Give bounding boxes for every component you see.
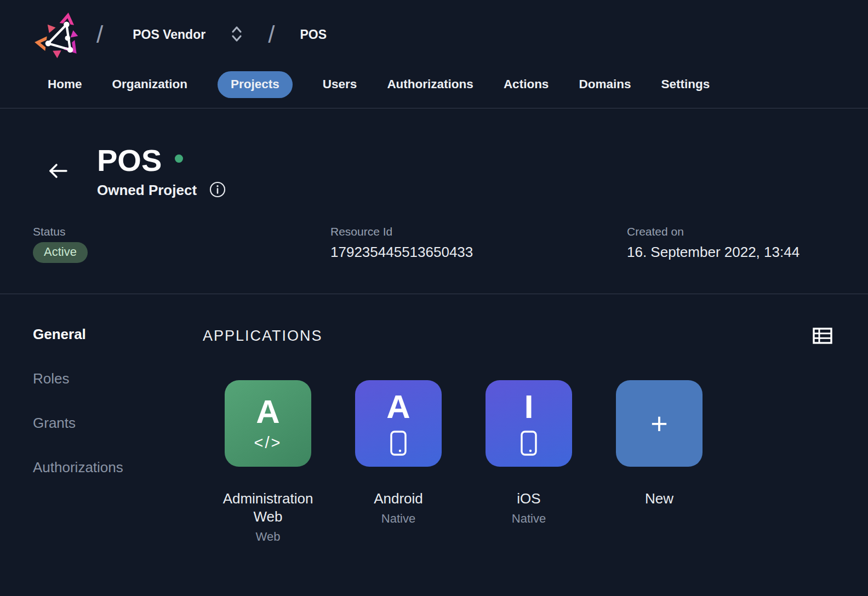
app-tile: + — [616, 380, 703, 467]
applications-heading: APPLICATIONS — [203, 326, 323, 346]
applications-panel: APPLICATIONS A </> Administra — [203, 326, 868, 545]
app-name: Administration Web — [216, 490, 320, 526]
breadcrumb-separator: / — [96, 21, 103, 48]
app-card-android[interactable]: A Android Native — [346, 380, 450, 545]
created-on-label: Created on — [627, 225, 800, 238]
status-dot — [175, 154, 183, 163]
app-initial: I — [524, 391, 534, 423]
app-type: Native — [381, 512, 415, 526]
table-view-button[interactable] — [812, 327, 833, 346]
status-badge: Active — [33, 242, 88, 263]
project-meta-row: Status Active Resource Id 17923544551365… — [0, 225, 868, 263]
org-switcher-button[interactable] — [231, 25, 243, 44]
info-button[interactable] — [209, 181, 226, 200]
app-initial: A — [386, 391, 410, 423]
nav-item-users[interactable]: Users — [323, 72, 357, 98]
application-cards: A </> Administration Web Web A Andro — [216, 380, 833, 545]
app-tile: A — [355, 380, 442, 467]
add-application-card[interactable]: + New — [607, 380, 711, 545]
app-type: Native — [512, 512, 546, 526]
app-tile: A </> — [225, 380, 311, 467]
smartphone-icon — [390, 430, 407, 456]
sidebar-item-general[interactable]: General — [33, 326, 86, 343]
created-on-value: 16. September 2022, 13:44 — [627, 244, 800, 261]
project-sidebar: General Roles Grants Authorizations — [0, 326, 203, 545]
breadcrumb-separator: / — [268, 21, 275, 48]
app-tile: I — [486, 380, 572, 467]
app-card-ios[interactable]: I iOS Native — [477, 380, 581, 545]
content-section: General Roles Grants Authorizations APPL… — [0, 294, 868, 545]
nav-item-home[interactable]: Home — [48, 72, 82, 98]
sidebar-item-authorizations[interactable]: Authorizations — [33, 459, 123, 476]
breadcrumb-project[interactable]: POS — [300, 27, 327, 42]
plus-icon: + — [650, 409, 668, 438]
back-button[interactable] — [47, 162, 70, 182]
nav-item-settings[interactable]: Settings — [661, 72, 710, 98]
info-circle-icon — [209, 181, 226, 200]
resource-id-value: 179235445513650433 — [330, 244, 627, 261]
app-card-administration-web[interactable]: A </> Administration Web Web — [216, 380, 320, 545]
nav-item-domains[interactable]: Domains — [579, 72, 631, 98]
nav-item-projects[interactable]: Projects — [218, 71, 293, 98]
nav-item-organization[interactable]: Organization — [112, 72, 188, 98]
app-initial: A — [256, 396, 279, 428]
app-name: iOS — [517, 490, 540, 508]
breadcrumb-organization[interactable]: POS Vendor — [133, 27, 205, 42]
zitadel-logo-icon[interactable] — [33, 10, 85, 59]
status-label: Status — [33, 225, 330, 238]
arrow-left-icon — [47, 162, 70, 182]
app-type: Web — [256, 530, 281, 544]
project-subtitle: Owned Project — [97, 182, 197, 199]
project-header-section: POS Owned Project Status — [0, 108, 868, 294]
unfold-chevrons-icon — [231, 25, 243, 44]
top-bar: / POS Vendor / POS — [0, 0, 868, 61]
smartphone-icon — [520, 430, 538, 456]
table-view-icon — [812, 327, 833, 346]
nav-item-authorizations[interactable]: Authorizations — [387, 72, 473, 98]
code-icon: </> — [254, 435, 282, 451]
resource-id-label: Resource Id — [330, 225, 627, 238]
main-nav: Home Organization Projects Users Authori… — [0, 61, 868, 108]
app-name: New — [645, 490, 673, 508]
sidebar-item-grants[interactable]: Grants — [33, 415, 76, 432]
page-title: POS — [97, 144, 162, 177]
sidebar-item-roles[interactable]: Roles — [33, 370, 69, 387]
nav-item-actions[interactable]: Actions — [504, 72, 549, 98]
app-name: Android — [374, 490, 423, 508]
